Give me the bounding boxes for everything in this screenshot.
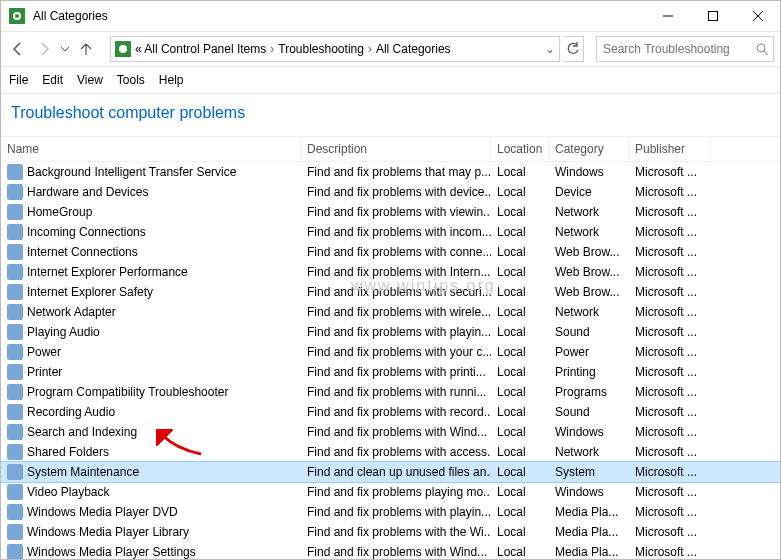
cell-name: Network Adapter xyxy=(1,302,301,322)
table-row[interactable]: Internet Explorer PerformanceFind and fi… xyxy=(1,262,780,282)
col-publisher[interactable]: Publisher xyxy=(629,137,711,161)
cell-location: Local xyxy=(491,202,549,222)
cell-category: Programs xyxy=(549,382,629,402)
cell-description: Find and fix problems playing mo... xyxy=(301,482,491,502)
table-row[interactable]: Recording AudioFind and fix problems wit… xyxy=(1,402,780,422)
cell-name: Background Intelligent Transfer Service xyxy=(1,162,301,182)
menu-edit[interactable]: Edit xyxy=(42,73,63,87)
table-row[interactable]: PowerFind and fix problems with your c..… xyxy=(1,342,780,362)
table-row[interactable]: Incoming ConnectionsFind and fix problem… xyxy=(1,222,780,242)
forward-button[interactable] xyxy=(33,37,55,61)
table-row[interactable]: Network AdapterFind and fix problems wit… xyxy=(1,302,780,322)
minimize-button[interactable] xyxy=(645,1,690,31)
col-category[interactable]: Category xyxy=(549,137,629,161)
cell-name: System Maintenance xyxy=(1,462,301,482)
search-icon[interactable] xyxy=(755,42,769,56)
cell-name: Incoming Connections xyxy=(1,222,301,242)
table-row[interactable]: Video PlaybackFind and fix problems play… xyxy=(1,482,780,502)
close-button[interactable] xyxy=(735,1,780,31)
table-row[interactable]: Program Compatibility TroubleshooterFind… xyxy=(1,382,780,402)
cell-description: Find and fix problems with Intern... xyxy=(301,262,491,282)
menu-help[interactable]: Help xyxy=(159,73,184,87)
table-row[interactable]: Background Intelligent Transfer ServiceF… xyxy=(1,162,780,182)
troubleshooter-icon xyxy=(7,384,23,400)
cell-publisher: Microsoft ... xyxy=(629,522,711,542)
menu-tools[interactable]: Tools xyxy=(117,73,145,87)
cell-description: Find and fix problems with the Wi... xyxy=(301,522,491,542)
search-box[interactable] xyxy=(596,36,774,62)
troubleshooter-icon xyxy=(7,544,23,559)
col-name[interactable]: Name xyxy=(1,137,301,161)
cell-description: Find and fix problems with printi... xyxy=(301,362,491,382)
breadcrumb-item[interactable]: All Categories xyxy=(376,42,451,56)
cell-description: Find and fix problems with device... xyxy=(301,182,491,202)
table-row[interactable]: Internet ConnectionsFind and fix problem… xyxy=(1,242,780,262)
cell-category: Sound xyxy=(549,322,629,342)
cell-publisher: Microsoft ... xyxy=(629,542,711,559)
col-location[interactable]: Location xyxy=(491,137,549,161)
row-name: Recording Audio xyxy=(27,405,115,419)
recent-dropdown[interactable] xyxy=(60,37,71,61)
table-row[interactable]: Playing AudioFind and fix problems with … xyxy=(1,322,780,342)
cell-location: Local xyxy=(491,462,549,482)
breadcrumb-item[interactable]: Troubleshooting xyxy=(278,42,364,56)
svg-rect-4 xyxy=(708,12,717,21)
cell-description: Find and clean up unused files an... xyxy=(301,462,491,482)
table-row[interactable]: System MaintenanceFind and clean up unus… xyxy=(1,462,780,482)
table-row[interactable]: Windows Media Player SettingsFind and fi… xyxy=(1,542,780,559)
cell-name: Internet Explorer Safety xyxy=(1,282,301,302)
cell-description: Find and fix problems with incom... xyxy=(301,222,491,242)
cell-publisher: Microsoft ... xyxy=(629,422,711,442)
page-heading: Troubleshoot computer problems xyxy=(1,94,780,136)
troubleshooter-icon xyxy=(7,504,23,520)
title-bar[interactable]: All Categories xyxy=(1,1,780,31)
cell-publisher: Microsoft ... xyxy=(629,222,711,242)
cell-publisher: Microsoft ... xyxy=(629,182,711,202)
chevron-down-icon[interactable]: ⌄ xyxy=(545,42,555,56)
table-row[interactable]: Hardware and DevicesFind and fix problem… xyxy=(1,182,780,202)
cell-publisher: Microsoft ... xyxy=(629,362,711,382)
cell-location: Local xyxy=(491,222,549,242)
table-row[interactable]: Shared FoldersFind and fix problems with… xyxy=(1,442,780,462)
table-row[interactable]: HomeGroupFind and fix problems with view… xyxy=(1,202,780,222)
row-name: Playing Audio xyxy=(27,325,100,339)
cell-location: Local xyxy=(491,342,549,362)
cell-publisher: Microsoft ... xyxy=(629,402,711,422)
table-row[interactable]: Windows Media Player DVDFind and fix pro… xyxy=(1,502,780,522)
cell-location: Local xyxy=(491,282,549,302)
troubleshooter-icon xyxy=(7,284,23,300)
table-row[interactable]: Search and IndexingFind and fix problems… xyxy=(1,422,780,442)
column-headers[interactable]: Name Description Location Category Publi… xyxy=(1,136,780,162)
chevron-right-icon[interactable]: › xyxy=(270,42,274,56)
cell-name: Windows Media Player Library xyxy=(1,522,301,542)
menu-file[interactable]: File xyxy=(9,73,28,87)
menu-bar: File Edit View Tools Help xyxy=(1,67,780,94)
col-description[interactable]: Description xyxy=(301,137,491,161)
cell-description: Find and fix problems with record... xyxy=(301,402,491,422)
row-name: Windows Media Player Settings xyxy=(27,545,196,559)
cell-description: Find and fix problems with runni... xyxy=(301,382,491,402)
breadcrumb-prefix[interactable]: « All Control Panel Items xyxy=(135,42,266,56)
cell-name: Search and Indexing xyxy=(1,422,301,442)
troubleshooter-icon xyxy=(7,524,23,540)
cell-category: Media Pla... xyxy=(549,522,629,542)
cell-category: Web Brow... xyxy=(549,262,629,282)
cell-name: Internet Connections xyxy=(1,242,301,262)
troubleshooter-icon xyxy=(7,364,23,380)
table-row[interactable]: Internet Explorer SafetyFind and fix pro… xyxy=(1,282,780,302)
cell-location: Local xyxy=(491,422,549,442)
menu-view[interactable]: View xyxy=(77,73,103,87)
cell-description: Find and fix problems with securi... xyxy=(301,282,491,302)
back-button[interactable] xyxy=(7,37,29,61)
address-bar[interactable]: « All Control Panel Items › Troubleshoot… xyxy=(110,36,560,62)
cell-publisher: Microsoft ... xyxy=(629,482,711,502)
up-button[interactable] xyxy=(75,37,97,61)
search-input[interactable] xyxy=(601,41,755,57)
refresh-button[interactable] xyxy=(564,36,584,62)
table-row[interactable]: Windows Media Player LibraryFind and fix… xyxy=(1,522,780,542)
maximize-button[interactable] xyxy=(690,1,735,31)
table-row[interactable]: PrinterFind and fix problems with printi… xyxy=(1,362,780,382)
row-name: Internet Connections xyxy=(27,245,138,259)
window-title: All Categories xyxy=(33,9,108,23)
chevron-right-icon[interactable]: › xyxy=(368,42,372,56)
